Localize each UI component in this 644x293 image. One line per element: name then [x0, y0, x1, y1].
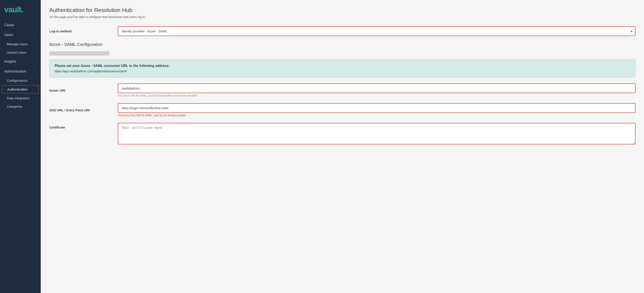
certificate-control [118, 123, 636, 145]
issuer-uri-label: Issuer URI [49, 89, 118, 92]
chevron-up-icon-admin: ⌃ [34, 70, 36, 73]
sso-url-input[interactable] [118, 103, 636, 113]
logo: vault. [4, 5, 23, 14]
sidebar-item-administration-label: Administration [4, 70, 26, 73]
saml-info-box: Please set your Azure - SAML consumer UR… [49, 59, 636, 77]
page-subtitle: On this page you'll be able to configure… [49, 15, 636, 19]
sidebar-item-data-integration[interactable]: Data Integration [0, 94, 41, 102]
chevron-up-icon: ⌃ [34, 34, 36, 37]
sso-url-label: SSO URL / Entry Point URI [49, 108, 118, 112]
sidebar-item-upload-users[interactable]: Upload Users [0, 48, 41, 57]
sidebar-item-administration[interactable]: Administration ⌃ [0, 67, 41, 76]
sidebar-item-cases-label: Cases [4, 23, 14, 27]
issuer-uri-hint: The Issuer URI for SAML, used by the pro… [118, 94, 636, 97]
saml-section-title: Azure - SAML Configuration [49, 42, 636, 47]
sidebar-item-insights[interactable]: Insights [0, 57, 41, 67]
login-method-control: Identity provider - Azure - SAML Usernam… [118, 26, 636, 36]
certificate-textarea[interactable] [118, 123, 636, 144]
page-title: Authentication for Resolution Hub [49, 7, 636, 14]
sidebar-item-categories[interactable]: Categories [0, 102, 41, 111]
sso-url-hint: The Entry Point URI for SAML, used by th… [118, 114, 636, 117]
sidebar-item-cases[interactable]: Cases [0, 20, 41, 30]
sidebar-item-configurations[interactable]: Configurations [0, 76, 41, 85]
certificate-row: Certificate [49, 123, 636, 145]
sidebar-item-users-label: Users [4, 33, 13, 37]
issuer-uri-input[interactable] [118, 83, 636, 93]
login-method-row: Log-in method Identity provider - Azure … [49, 26, 636, 36]
sidebar-item-insights-label: Insights [4, 60, 16, 64]
login-method-select[interactable]: Identity provider - Azure - SAML Usernam… [118, 26, 636, 36]
sso-url-control: The Entry Point URI for SAML, used by th… [118, 103, 636, 117]
issuer-uri-control: The Issuer URI for SAML, used by the pro… [118, 83, 636, 97]
sidebar-item-users[interactable]: Users ⌃ [0, 30, 41, 40]
sidebar: vault. Cases Users ⌃ Manage Users Upload… [0, 0, 41, 293]
main-content: Authentication for Resolution Hub On thi… [41, 0, 644, 293]
info-box-title: Please set your Azure - SAML consumer UR… [55, 64, 630, 68]
issuer-uri-row: Issuer URI The Issuer URI for SAML, used… [49, 83, 636, 97]
sso-url-row: SSO URL / Entry Point URI The Entry Poin… [49, 103, 636, 117]
sidebar-item-manage-users[interactable]: Manage Users [0, 40, 41, 48]
logo-area: vault. [0, 0, 41, 20]
certificate-label: Certificate [49, 123, 118, 129]
info-box-url: https://app.vaultplatform.com/api/portal… [55, 70, 630, 73]
redacted-bar [49, 51, 109, 56]
login-method-select-wrapper: Identity provider - Azure - SAML Usernam… [118, 26, 636, 36]
sidebar-item-authentication[interactable]: Authentication [2, 85, 39, 94]
login-method-label: Log-in method [49, 29, 118, 33]
sidebar-nav: Cases Users ⌃ Manage Users Upload Users … [0, 20, 41, 293]
